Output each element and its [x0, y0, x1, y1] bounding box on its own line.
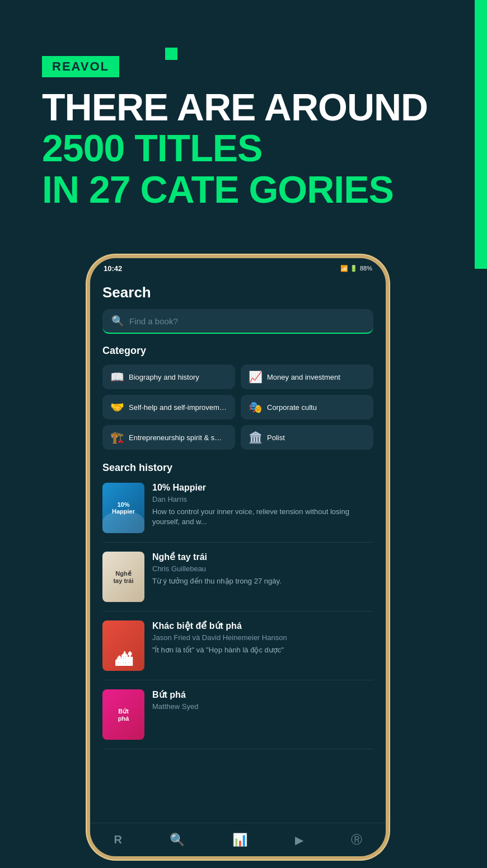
search-icon: 🔍 [111, 315, 124, 327]
category-row-3: 🏗️ Entrepreneurship spirit & small busin… [102, 425, 373, 450]
book-cover-happier: 10%Happier [102, 483, 144, 533]
selfhelp-label: Self-help and self-improvement [129, 403, 227, 412]
category-chip-polist[interactable]: 🏛️ Polist [241, 425, 373, 450]
category-section-title: Category [102, 345, 373, 357]
nav-item-search[interactable]: 🔍 [170, 833, 185, 847]
polist-icon: 🏛️ [249, 431, 263, 444]
phone-frame: 10:42 📶 🔋 88% Search 🔍 Find a book? Cate… [87, 255, 389, 860]
biography-icon: 📖 [110, 370, 124, 384]
search-placeholder-text: Find a book? [129, 316, 178, 326]
book-desc-1: How to control your inner voice, relieve… [152, 507, 373, 527]
status-right: 📶 🔋 88% [340, 265, 372, 272]
phone-content: Search 🔍 Find a book? Category 📖 Biograp… [90, 278, 386, 823]
nav-item-profile[interactable]: Ⓡ [351, 832, 362, 847]
status-icons: 📶 🔋 [340, 265, 358, 272]
money-icon: 📈 [249, 370, 263, 384]
book-desc-3: "Ít hơn là tốt" và "Họp hành là độc dược… [152, 645, 373, 655]
right-accent-bar [475, 0, 487, 269]
nav-item-library[interactable]: 📊 [232, 833, 247, 847]
book-title-4: Bứt phá [152, 689, 373, 700]
logo-box: REAVOL [42, 56, 119, 77]
book-info-nghe: Nghề tay trái Chris Guillebeau Từ ý tưởn… [152, 552, 373, 602]
category-row-2: 🤝 Self-help and self-improvement 🎭 Corpo… [102, 395, 373, 419]
book-item-2[interactable]: Nghềtay trái Nghề tay trái Chris Guilleb… [102, 552, 373, 612]
book-author-4: Matthew Syed [152, 702, 373, 711]
library-nav-icon: 📊 [232, 833, 247, 847]
book-title-2: Nghề tay trái [152, 552, 373, 562]
search-section-title: Search [102, 284, 373, 301]
book-item-1[interactable]: 10%Happier 10% Happier Dan Harris How to… [102, 483, 373, 543]
corporate-label: Corporate cultu [267, 403, 317, 412]
category-chip-entrepreneurship[interactable]: 🏗️ Entrepreneurship spirit & small busin… [102, 425, 235, 450]
search-input-wrapper[interactable]: 🔍 Find a book? [102, 309, 373, 334]
corporate-icon: 🎭 [249, 400, 263, 414]
hero-title: THERE ARE AROUND 2500 TITLES IN 27 CATE … [42, 87, 445, 210]
book-title-1: 10% Happier [152, 483, 373, 493]
status-battery: 88% [360, 265, 372, 272]
home-nav-icon: R [114, 833, 121, 846]
history-section-title: Search history [102, 462, 373, 474]
search-nav-icon: 🔍 [170, 833, 185, 847]
polist-label: Polist [267, 433, 285, 442]
book-cover-nghe: Nghềtay trái [102, 552, 144, 602]
book-cover-khac [102, 620, 144, 671]
entrepreneurship-label: Entrepreneurship spirit & small business… [129, 433, 227, 442]
book-info-khac: Khác biệt để bứt phá Jason Fried và Davi… [152, 620, 373, 671]
book-title-3: Khác biệt để bứt phá [152, 620, 373, 631]
status-bar: 10:42 📶 🔋 88% [90, 258, 386, 278]
status-time: 10:42 [104, 264, 122, 273]
profile-nav-icon: Ⓡ [351, 832, 362, 847]
play-nav-icon: ▶ [295, 833, 303, 847]
category-grid: 📖 Biography and history 📈 Money and inve… [102, 365, 373, 450]
category-chip-selfhelp[interactable]: 🤝 Self-help and self-improvement [102, 395, 235, 419]
nav-item-play[interactable]: ▶ [295, 833, 303, 847]
book-author-2: Chris Guillebeau [152, 564, 373, 573]
logo-container: REAVOL [42, 56, 119, 77]
book-item-4[interactable]: Bứtphá Bứt phá Matthew Syed [102, 689, 373, 749]
category-chip-money[interactable]: 📈 Money and investment [241, 365, 373, 389]
book-author-3: Jason Fried và David Heinemeier Hanson [152, 633, 373, 642]
hero-heading: THERE ARE AROUND 2500 TITLES IN 27 CATE … [42, 87, 445, 210]
money-label: Money and investment [267, 373, 340, 381]
phone-mockup: 10:42 📶 🔋 88% Search 🔍 Find a book? Cate… [87, 255, 389, 860]
book-item-3[interactable]: Khác biệt để bứt phá Jason Fried và Davi… [102, 620, 373, 680]
category-row-1: 📖 Biography and history 📈 Money and inve… [102, 365, 373, 389]
logo-text: REAVOL [52, 59, 109, 73]
book-desc-2: Từ ý tưởng đến thu nhập trong 27 ngày. [152, 576, 373, 586]
category-chip-corporate[interactable]: 🎭 Corporate cultu [241, 395, 373, 419]
category-chip-biography[interactable]: 📖 Biography and history [102, 365, 235, 389]
green-square-decoration [165, 48, 177, 60]
book-author-1: Dan Harris [152, 495, 373, 503]
book-info-but: Bứt phá Matthew Syed [152, 689, 373, 740]
biography-label: Biography and history [129, 373, 199, 381]
book-info-happier: 10% Happier Dan Harris How to control yo… [152, 483, 373, 533]
book-cover-but: Bứtphá [102, 689, 144, 740]
entrepreneurship-icon: 🏗️ [110, 431, 124, 444]
selfhelp-icon: 🤝 [110, 400, 124, 414]
bottom-nav: R 🔍 📊 ▶ Ⓡ [90, 823, 386, 856]
nav-item-home[interactable]: R [114, 833, 121, 846]
